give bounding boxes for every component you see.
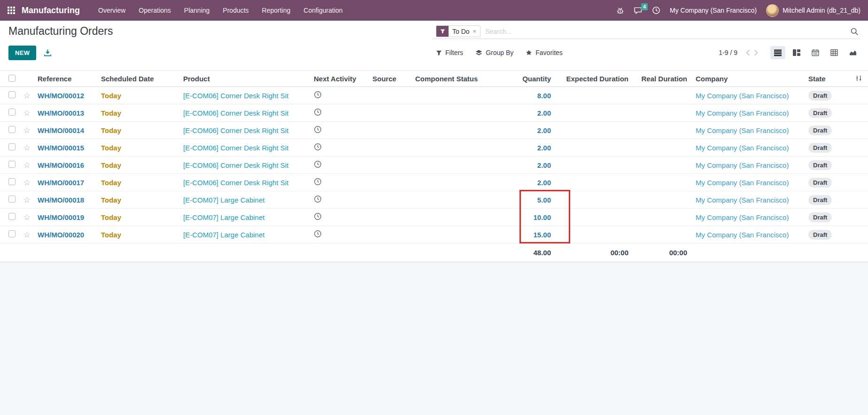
order-company[interactable]: My Company (San Francisco) — [696, 213, 789, 221]
order-reference[interactable]: WH/MO/00018 — [38, 196, 84, 204]
apps-grid-icon[interactable] — [8, 7, 15, 14]
row-star-icon[interactable]: ☆ — [23, 161, 30, 170]
order-company[interactable]: My Company (San Francisco) — [696, 126, 789, 134]
nav-item-operations[interactable]: Operations — [133, 4, 176, 17]
row-star-icon[interactable]: ☆ — [23, 143, 30, 152]
order-product[interactable]: [E-COM07] Large Cabinet — [183, 196, 264, 204]
order-company[interactable]: My Company (San Francisco) — [696, 231, 789, 239]
order-row[interactable]: ☆ WH/MO/00018 Today [E-COM07] Large Cabi… — [0, 191, 868, 209]
order-row[interactable]: ☆ WH/MO/00013 Today [E-COM06] Corner Des… — [0, 104, 868, 122]
order-row[interactable]: ☆ WH/MO/00015 Today [E-COM06] Corner Des… — [0, 139, 868, 157]
view-pivot-icon[interactable] — [827, 46, 842, 59]
order-product[interactable]: [E-COM06] Corner Desk Right Sit — [183, 109, 288, 117]
next-activity-icon[interactable] — [314, 143, 322, 151]
next-activity-icon[interactable] — [314, 230, 322, 238]
order-product[interactable]: [E-COM06] Corner Desk Right Sit — [183, 92, 288, 100]
order-row[interactable]: ☆ WH/MO/00014 Today [E-COM06] Corner Des… — [0, 122, 868, 139]
row-checkbox[interactable] — [8, 126, 16, 133]
messages-icon[interactable]: 4 — [634, 7, 643, 15]
view-graph-icon[interactable] — [845, 46, 860, 59]
order-company[interactable]: My Company (San Francisco) — [696, 179, 789, 187]
search-icon[interactable] — [850, 27, 859, 36]
order-company[interactable]: My Company (San Francisco) — [696, 161, 789, 169]
header-expected-duration[interactable]: Expected Duration — [556, 71, 633, 87]
row-checkbox[interactable] — [8, 143, 16, 150]
nav-item-products[interactable]: Products — [217, 4, 254, 17]
next-activity-icon[interactable] — [314, 125, 322, 133]
app-name[interactable]: Manufacturing — [22, 6, 80, 16]
order-reference[interactable]: WH/MO/00017 — [38, 179, 84, 187]
nav-item-configuration[interactable]: Configuration — [298, 4, 348, 17]
search-facet-todo[interactable]: To Do × — [436, 25, 480, 37]
header-state[interactable]: State — [805, 71, 849, 87]
download-icon[interactable] — [44, 49, 52, 57]
row-checkbox[interactable] — [8, 109, 16, 116]
row-star-icon[interactable]: ☆ — [23, 178, 30, 187]
order-company[interactable]: My Company (San Francisco) — [696, 92, 789, 100]
search-input[interactable] — [485, 28, 846, 35]
order-product[interactable]: [E-COM06] Corner Desk Right Sit — [183, 179, 288, 187]
company-switcher[interactable]: My Company (San Francisco) — [670, 7, 757, 14]
row-checkbox[interactable] — [8, 230, 16, 237]
order-reference[interactable]: WH/MO/00019 — [38, 213, 84, 221]
header-product[interactable]: Product — [180, 71, 307, 87]
facet-remove-icon[interactable]: × — [473, 28, 477, 34]
next-activity-icon[interactable] — [314, 195, 322, 203]
order-product[interactable]: [E-COM06] Corner Desk Right Sit — [183, 161, 288, 169]
row-star-icon[interactable]: ☆ — [23, 196, 30, 204]
select-all-checkbox[interactable] — [8, 75, 16, 82]
order-row[interactable]: ☆ WH/MO/00019 Today [E-COM07] Large Cabi… — [0, 209, 868, 226]
order-reference[interactable]: WH/MO/00016 — [38, 161, 84, 169]
row-checkbox[interactable] — [8, 161, 16, 168]
optional-columns-icon[interactable] — [855, 75, 862, 82]
row-star-icon[interactable]: ☆ — [23, 91, 30, 100]
bug-icon[interactable] — [616, 7, 624, 15]
view-kanban-icon[interactable] — [789, 46, 804, 59]
view-calendar-icon[interactable] — [808, 46, 823, 59]
order-company[interactable]: My Company (San Francisco) — [696, 144, 789, 152]
new-button[interactable]: NEW — [8, 46, 36, 60]
order-company[interactable]: My Company (San Francisco) — [696, 109, 789, 117]
order-company[interactable]: My Company (San Francisco) — [696, 196, 789, 204]
header-source[interactable]: Source — [361, 71, 406, 87]
view-list-icon[interactable] — [770, 46, 785, 59]
order-reference[interactable]: WH/MO/00013 — [38, 109, 84, 117]
activities-icon[interactable] — [652, 6, 660, 15]
header-company[interactable]: Company — [692, 71, 805, 87]
header-next-activity[interactable]: Next Activity — [307, 71, 361, 87]
order-product[interactable]: [E-COM06] Corner Desk Right Sit — [183, 144, 288, 152]
order-row[interactable]: ☆ WH/MO/00020 Today [E-COM07] Large Cabi… — [0, 226, 868, 243]
nav-item-reporting[interactable]: Reporting — [257, 4, 296, 17]
header-reference[interactable]: Reference — [35, 71, 98, 87]
row-star-icon[interactable]: ☆ — [23, 109, 30, 117]
order-reference[interactable]: WH/MO/00015 — [38, 144, 84, 152]
header-quantity[interactable]: Quantity — [495, 71, 556, 87]
nav-item-overview[interactable]: Overview — [93, 4, 131, 17]
order-reference[interactable]: WH/MO/00012 — [38, 92, 84, 100]
order-row[interactable]: ☆ WH/MO/00012 Today [E-COM06] Corner Des… — [0, 87, 868, 104]
user-menu[interactable]: Mitchell Admin (db_21_db) — [766, 4, 860, 17]
pager-previous-icon[interactable] — [744, 47, 752, 58]
group-by-button[interactable]: Group By — [475, 49, 513, 56]
header-component-status[interactable]: Component Status — [406, 71, 495, 87]
header-scheduled-date[interactable]: Scheduled Date — [98, 71, 180, 87]
row-checkbox[interactable] — [8, 196, 16, 203]
order-product[interactable]: [E-COM07] Large Cabinet — [183, 231, 264, 239]
order-row[interactable]: ☆ WH/MO/00017 Today [E-COM06] Corner Des… — [0, 174, 868, 191]
order-reference[interactable]: WH/MO/00020 — [38, 231, 84, 239]
pager-next-icon[interactable] — [752, 47, 760, 58]
order-reference[interactable]: WH/MO/00014 — [38, 126, 84, 134]
order-product[interactable]: [E-COM06] Corner Desk Right Sit — [183, 126, 288, 134]
filters-button[interactable]: Filters — [436, 49, 463, 56]
favorites-button[interactable]: Favorites — [526, 49, 563, 56]
row-star-icon[interactable]: ☆ — [23, 230, 30, 239]
nav-item-planning[interactable]: Planning — [179, 4, 215, 17]
next-activity-icon[interactable] — [314, 212, 322, 220]
order-row[interactable]: ☆ WH/MO/00016 Today [E-COM06] Corner Des… — [0, 157, 868, 174]
order-product[interactable]: [E-COM07] Large Cabinet — [183, 213, 264, 221]
row-checkbox[interactable] — [8, 178, 16, 185]
next-activity-icon[interactable] — [314, 178, 322, 186]
header-real-duration[interactable]: Real Duration — [633, 71, 692, 87]
next-activity-icon[interactable] — [314, 160, 322, 168]
row-star-icon[interactable]: ☆ — [23, 126, 30, 135]
